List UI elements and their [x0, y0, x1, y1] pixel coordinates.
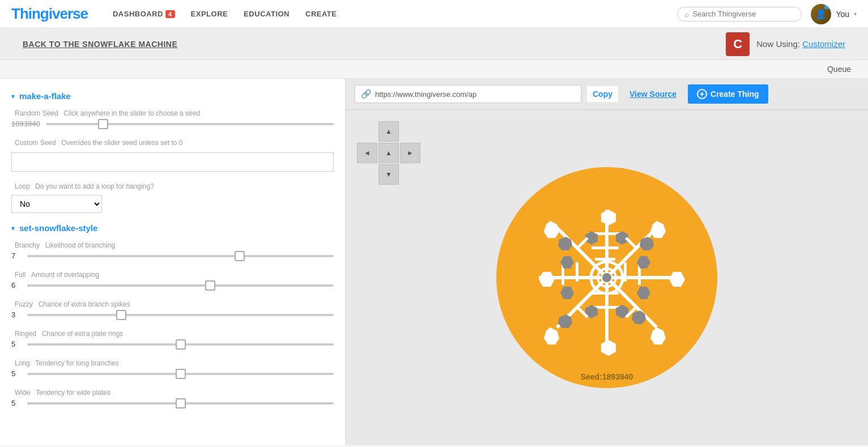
nav-right-button[interactable]: ► — [400, 143, 420, 163]
main-layout: ▾ make-a-flake Random Seed Click anywher… — [0, 79, 868, 445]
avatar: 👤 — [811, 4, 831, 24]
random-seed-slider-container — [46, 123, 334, 125]
left-panel: ▾ make-a-flake Random Seed Click anywher… — [0, 79, 346, 445]
nav-explore[interactable]: EXPLORE — [183, 10, 236, 18]
loop-label: Loop Do you want to add a loop for hangi… — [11, 182, 334, 190]
fuzzy-label: Fuzzy Chance of extra branch spikes — [11, 300, 334, 308]
ringed-slider-container — [27, 343, 334, 346]
nav-education[interactable]: EDUCATION — [236, 10, 297, 18]
param-loop: Loop Do you want to add a loop for hangi… — [11, 182, 334, 213]
nav-controls: ▲ ◄ ▲ ► ▼ — [357, 121, 420, 185]
svg-rect-5 — [605, 246, 619, 249]
section-snowflake-style: ▾ set-snowflake-style — [11, 223, 334, 233]
full-slider[interactable] — [27, 284, 334, 287]
random-seed-label: Random Seed Click anywhere in the slider… — [11, 109, 334, 117]
custom-seed-input[interactable]: 0 — [11, 152, 334, 172]
long-slider[interactable] — [27, 373, 334, 375]
ringed-slider[interactable] — [27, 343, 334, 346]
collapse-icon-make-a-flake[interactable]: ▾ — [11, 92, 15, 100]
wide-value: 5 — [11, 399, 22, 407]
plus-circle-icon: + — [697, 89, 707, 99]
copy-button[interactable]: Copy — [587, 86, 618, 102]
param-branchy: Branchy Likelihood of branching 7 — [11, 241, 334, 260]
nav-center-button[interactable]: ▲ — [378, 143, 399, 163]
view-source-button[interactable]: View Source — [624, 86, 682, 102]
param-custom-seed: Custom Seed Overrides the slider seed un… — [11, 138, 334, 172]
user-caret-icon: ▾ — [854, 11, 857, 17]
wide-slider-row: 5 — [11, 399, 334, 407]
svg-rect-8 — [595, 258, 605, 261]
fuzzy-slider[interactable] — [27, 314, 334, 316]
section-title-make-a-flake[interactable]: make-a-flake — [19, 91, 71, 101]
right-panel: 🔗 https://www.thingiverse.com/ap Copy Vi… — [346, 79, 868, 445]
navbar: Thingiverse DASHBOARD 4 EXPLORE EDUCATIO… — [0, 0, 868, 28]
section-title-snowflake-style[interactable]: set-snowflake-style — [19, 223, 97, 233]
now-using: Now Using: Customizer — [756, 39, 845, 49]
branchy-slider-row: 7 — [11, 252, 334, 260]
right-toolbar: 🔗 https://www.thingiverse.com/ap Copy Vi… — [346, 79, 868, 110]
nav-create[interactable]: CREATE — [297, 10, 344, 18]
dashboard-label: DASHBOARD — [113, 10, 163, 18]
param-long: Long Tendency for long branches 5 — [11, 359, 334, 378]
nav-left-button[interactable]: ◄ — [357, 143, 377, 163]
user-label: You — [836, 10, 849, 19]
wide-slider[interactable] — [27, 402, 334, 405]
back-bar: BACK TO THE SNOWFLAKE MACHINE C Now Usin… — [0, 28, 868, 60]
svg-rect-7 — [605, 258, 615, 261]
branchy-value: 7 — [11, 252, 22, 260]
fuzzy-slider-row: 3 — [11, 310, 334, 319]
param-random-seed: Random Seed Click anywhere in the slider… — [11, 109, 334, 128]
svg-rect-32 — [624, 262, 627, 276]
full-slider-container — [27, 284, 334, 287]
random-seed-slider[interactable] — [46, 123, 334, 125]
dashboard-badge: 4 — [165, 10, 175, 18]
loop-select[interactable]: No Yes — [11, 195, 102, 213]
param-full: Full Amount of overlapping 6 — [11, 270, 334, 290]
ringed-label: Ringed Chance of extra plate rings — [11, 329, 334, 338]
wide-slider-container — [27, 402, 334, 405]
nav-up-button[interactable]: ▲ — [378, 121, 399, 142]
branchy-slider-container — [27, 255, 334, 257]
customizer-info: C Now Using: Customizer — [726, 32, 845, 56]
collapse-icon-snowflake-style[interactable]: ▾ — [11, 224, 15, 232]
queue-link[interactable]: Queue — [827, 65, 851, 74]
snowflake-preview: Seed:1893940 — [488, 159, 726, 397]
seed-text: Seed:1893940 — [581, 372, 633, 381]
search-box: ⌕ — [677, 7, 802, 22]
ringed-value: 5 — [11, 340, 22, 348]
view-area: ▲ ◄ ▲ ► ▼ — [346, 110, 868, 445]
branchy-slider[interactable] — [27, 255, 334, 257]
create-thing-label: Create Thing — [710, 90, 759, 99]
long-label: Long Tendency for long branches — [11, 359, 334, 367]
customizer-link[interactable]: Customizer — [802, 39, 845, 49]
logo[interactable]: Thingiverse — [11, 5, 88, 23]
svg-point-58 — [602, 273, 611, 282]
nav-links: DASHBOARD 4 EXPLORE EDUCATION CREATE — [105, 10, 668, 18]
nav-down-button[interactable]: ▼ — [378, 164, 399, 185]
link-icon: 🔗 — [361, 89, 372, 99]
ringed-slider-row: 5 — [11, 340, 334, 348]
search-input[interactable] — [692, 10, 794, 18]
back-link[interactable]: BACK TO THE SNOWFLAKE MACHINE — [23, 40, 177, 49]
param-ringed: Ringed Chance of extra plate rings 5 — [11, 329, 334, 348]
section-make-a-flake: ▾ make-a-flake — [11, 91, 334, 101]
full-label: Full Amount of overlapping — [11, 270, 334, 279]
svg-rect-24 — [576, 262, 578, 276]
create-thing-button[interactable]: + Create Thing — [688, 84, 768, 104]
random-seed-value: 1893940 — [11, 120, 40, 128]
search-icon: ⌕ — [684, 10, 689, 19]
snowflake-svg: Seed:1893940 — [488, 159, 726, 397]
long-slider-row: 5 — [11, 369, 334, 378]
customizer-icon: C — [726, 32, 750, 56]
svg-rect-6 — [592, 246, 605, 249]
url-box: 🔗 https://www.thingiverse.com/ap — [355, 85, 581, 103]
long-value: 5 — [11, 369, 22, 378]
user-menu[interactable]: 👤 You ▾ — [811, 4, 857, 24]
param-wide: Wide Tendency for wide plates 5 — [11, 388, 334, 407]
full-value: 6 — [11, 281, 22, 290]
branchy-label: Branchy Likelihood of branching — [11, 241, 334, 249]
nav-dashboard[interactable]: DASHBOARD 4 — [105, 10, 183, 18]
long-slider-container — [27, 373, 334, 375]
url-text: https://www.thingiverse.com/ap — [375, 90, 476, 99]
wide-label: Wide Tendency for wide plates — [11, 388, 334, 397]
